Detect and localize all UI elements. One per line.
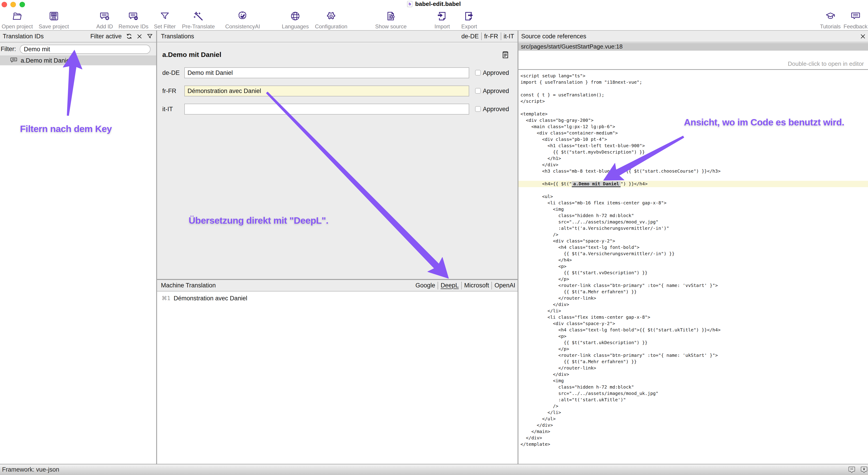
code-line: <h4>{{ $t("a.Demo mit Daniel") }}</h4>: [519, 181, 868, 187]
code-line: </ul>: [519, 416, 868, 422]
consistency-ai-button[interactable]: ConsistencyAI: [225, 11, 260, 30]
code-line: [519, 86, 868, 92]
translations-header: Translations de-DE fr-FR it-IT: [157, 31, 518, 42]
language-tab-fr[interactable]: fr-FR: [484, 33, 498, 40]
code-line: <li class="mb-16 flex items-center gap-x…: [519, 200, 868, 206]
approved-checkbox-de[interactable]: [475, 70, 481, 75]
show-source-button[interactable]: Show source: [375, 11, 407, 30]
save-project-button[interactable]: Save project: [39, 11, 69, 30]
source-code-view[interactable]: <script setup lang="ts">import { useTran…: [519, 71, 868, 464]
clear-filter-icon[interactable]: [137, 34, 142, 39]
code-line: <script setup lang="ts">: [519, 73, 868, 79]
translations-content: a.Demo mit Daniel de-DE Approved fr-FR A…: [157, 43, 518, 279]
configuration-button[interactable]: Configuration: [315, 11, 347, 30]
release-notes-icon[interactable]: [848, 466, 855, 473]
translation-ids-panel: Translation IDs Filter active: [0, 31, 156, 464]
import-icon: [434, 11, 450, 22]
code-line: <p>: [519, 263, 868, 270]
rate-app-icon[interactable]: [861, 466, 868, 473]
remove-ids-button[interactable]: Remove IDs: [119, 11, 149, 30]
refresh-icon[interactable]: [126, 33, 132, 39]
code-line: <h4 class="text-lg font-bold">{{ $t("sta…: [519, 327, 868, 333]
tutorials-button[interactable]: Tutorials: [820, 11, 840, 30]
translation-id-item[interactable]: a.Demo mit Daniel: [0, 56, 156, 65]
code-line: [519, 105, 868, 111]
pre-translate-icon: [182, 11, 215, 22]
code-line: <div class="space-y-2">: [519, 238, 868, 244]
translation-input-de[interactable]: [184, 67, 469, 78]
right-splitter[interactable]: [518, 31, 519, 464]
reference-head: Double-click to open in editor: [519, 51, 868, 70]
code-line: src="../../assets/images/mood_vv.jpg": [519, 219, 868, 225]
approved-checkbox-it[interactable]: [475, 106, 481, 112]
code-line: <img: [519, 206, 868, 212]
machine-translation-results: ⌘1 Démonstration avec Daniel: [157, 292, 518, 464]
code-line: src="../../assets/images/mood_uk.jpg": [519, 391, 868, 397]
translations-title: Translations: [161, 33, 194, 40]
code-line: </script>: [519, 98, 868, 105]
source-file-tab[interactable]: src/pages/start/GuestStartPage.vue:18: [521, 43, 623, 50]
code-line: <router-link class="btn-primary" :to="{ …: [519, 282, 868, 289]
add-id-button[interactable]: Add ID: [96, 11, 113, 30]
code-line: <img: [519, 378, 868, 384]
code-line: {{ $t("start.ukDescription") }}: [519, 340, 868, 346]
zoom-window-button[interactable]: [20, 2, 25, 7]
comment-bubble-icon: [10, 57, 18, 65]
set-filter-button[interactable]: Set Filter: [154, 11, 176, 30]
pre-translate-button[interactable]: Pre-Translate: [182, 11, 215, 30]
main-area: Translation IDs Filter active: [0, 30, 868, 464]
close-window-button[interactable]: [2, 2, 7, 7]
machine-translation-result[interactable]: ⌘1 Démonstration avec Daniel: [157, 293, 518, 303]
filter-input[interactable]: [20, 45, 151, 54]
translation-row-fr: fr-FR Approved: [157, 86, 518, 96]
status-bar: Framework: vue-json: [0, 464, 868, 475]
code-line: [519, 174, 868, 181]
approved-label-it: Approved: [483, 104, 509, 114]
provider-deepl[interactable]: DeepL: [441, 282, 459, 289]
code-line: </main>: [519, 429, 868, 435]
code-line: <h1 class="text-left text-blue-900">: [519, 143, 868, 149]
export-button[interactable]: Export: [461, 11, 477, 30]
translation-input-it[interactable]: [184, 104, 469, 114]
notes-icon[interactable]: [502, 51, 508, 59]
provider-google[interactable]: Google: [415, 282, 435, 289]
code-line: <li class="flex items-center gap-x-8">: [519, 314, 868, 320]
code-line: <template>: [519, 111, 868, 117]
highlighted-translation-key[interactable]: a.Demo mit Daniel: [572, 181, 620, 187]
import-button[interactable]: Import: [434, 11, 450, 30]
close-panel-icon[interactable]: [860, 34, 866, 39]
approved-checkbox-fr[interactable]: [475, 88, 481, 94]
code-line: <router-link class="btn-primary" :to="{ …: [519, 352, 868, 359]
source-file-tabbar: src/pages/start/GuestStartPage.vue:18: [519, 43, 868, 50]
source-references-title: Source code references: [521, 33, 586, 40]
language-tab-de[interactable]: de-DE: [461, 33, 479, 40]
filter-menu-icon[interactable]: [147, 33, 153, 39]
save-project-icon: [39, 11, 69, 22]
provider-microsoft[interactable]: Microsoft: [464, 282, 489, 289]
code-line: </router-link>: [519, 365, 868, 371]
code-line: </li>: [519, 409, 868, 416]
minimize-window-button[interactable]: [10, 2, 16, 7]
feedback-button[interactable]: Feedback: [843, 11, 867, 30]
left-splitter[interactable]: [156, 31, 157, 464]
language-tab-it[interactable]: it-IT: [504, 33, 514, 40]
lang-label-de: de-DE: [162, 67, 180, 78]
open-project-button[interactable]: Open project: [2, 11, 33, 30]
languages-button[interactable]: Languages: [282, 11, 309, 30]
translation-input-fr[interactable]: [184, 86, 469, 96]
annotation-deepl-note: Übersetzung direkt mit "DeepL".: [189, 215, 329, 226]
toolbar: Open project Save project Add ID: [0, 10, 868, 30]
open-in-editor-hint: Double-click to open in editor: [788, 60, 864, 67]
code-line: <div class="pb-10 pt-4">: [519, 136, 868, 143]
window-title: babel-edit.babel: [415, 0, 461, 7]
lang-label-fr: fr-FR: [162, 86, 176, 96]
add-id-icon: [96, 11, 113, 22]
machine-translation-header: Machine Translation Google DeepL Microso…: [157, 280, 518, 292]
provider-openai[interactable]: OpenAI: [494, 282, 515, 289]
translation-key-title: a.Demo mit Daniel: [162, 51, 221, 59]
approved-label-fr: Approved: [483, 86, 509, 96]
code-line: <div class="space-y-2">: [519, 320, 868, 327]
translation-row-de: de-DE Approved: [157, 67, 518, 78]
code-line: </router-link>: [519, 295, 868, 302]
code-line: import { useTranslation } from "i18next-…: [519, 79, 868, 86]
